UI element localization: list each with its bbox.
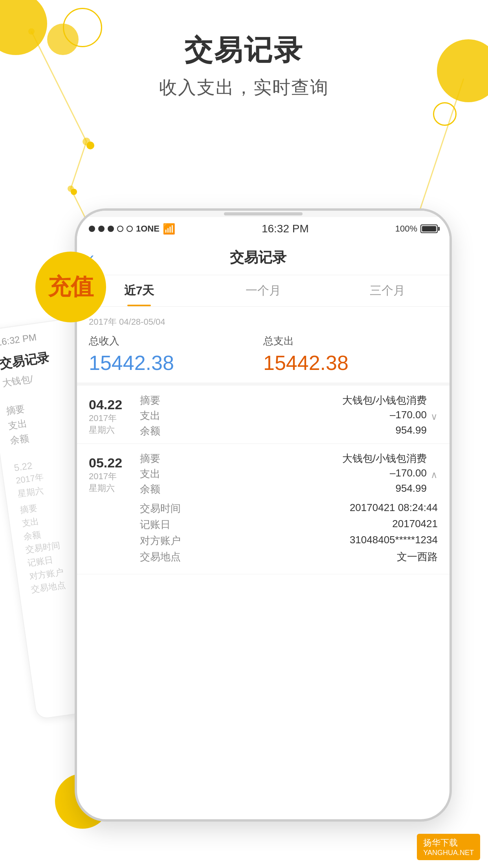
carrier-text: 1ONE — [136, 224, 160, 234]
wifi-icon: 📶 — [163, 223, 175, 235]
summary-section: 2017年 04/28-05/04 总收入 15442.38 总支出 15442… — [77, 307, 449, 386]
summary-value-2: 大钱包/小钱包消费 — [179, 452, 427, 465]
transaction-date-day-2: 星期六 — [89, 482, 132, 494]
watermark: 扬华下载 YANGHUA.NET — [417, 834, 480, 860]
detail-bookdate-label: 记账日 — [140, 518, 195, 531]
phone-notch — [77, 211, 449, 217]
status-time: 16:32 PM — [262, 223, 309, 235]
detail-time-value: 20170421 08:24:44 — [195, 502, 438, 515]
chevron-1: ∨ — [431, 411, 438, 422]
balance-label-1: 余额 — [140, 424, 179, 438]
header-title: 交易记录 — [0, 31, 488, 69]
deco-dot-2 — [71, 189, 77, 195]
expense-row-2: 支出 –170.00 — [140, 467, 427, 481]
transaction-date-block-1: 04.22 2017年 星期六 — [89, 397, 132, 436]
detail-location-row: 交易地点 文一西路 — [140, 550, 438, 564]
transaction-header-1[interactable]: 04.22 2017年 星期六 摘要 大钱包/小钱包消费 支出 –170.00 … — [77, 386, 449, 443]
summary-expense-col: 总支出 15442.38 — [263, 334, 438, 375]
transaction-date-year-2: 2017年 — [89, 471, 132, 482]
transaction-date-year-1: 2017年 — [89, 412, 132, 424]
nav-title: 交易记录 — [102, 248, 414, 267]
detail-location-label: 交易地点 — [140, 550, 195, 564]
transaction-fields-2: 摘要 大钱包/小钱包消费 支出 –170.00 余额 954.99 — [140, 452, 427, 498]
summary-row: 总收入 15442.38 总支出 15442.38 — [89, 334, 438, 375]
signal-dot-2 — [98, 226, 105, 232]
recharge-badge-text: 充值 — [48, 272, 94, 302]
tab-bar: 近7天 一个月 三个月 — [77, 275, 449, 307]
svg-line-1 — [71, 142, 86, 189]
signal-dot-1 — [89, 226, 95, 232]
transaction-date-main-1: 04.22 — [89, 397, 132, 412]
expense-label-1: 支出 — [140, 409, 179, 423]
header-section: 交易记录 收入支出，实时查询 — [0, 0, 488, 100]
expense-label-2: 支出 — [140, 467, 179, 481]
balance-row-1: 余额 954.99 — [140, 424, 427, 438]
transaction-date-block-2: 05.22 2017年 星期六 — [89, 455, 132, 494]
detail-counterpart-label: 对方账户 — [140, 534, 195, 548]
status-right: 100% — [395, 224, 438, 234]
nav-bar: ‹ 交易记录 — [77, 241, 449, 275]
battery-icon — [420, 224, 438, 233]
balance-value-1: 954.99 — [179, 424, 427, 438]
phone-mockup: 1ONE 📶 16:32 PM 100% ‹ 交易记录 近7天 一个月 三个月 … — [75, 208, 452, 822]
summary-row-1: 摘要 大钱包/小钱包消费 — [140, 394, 427, 407]
phone-notch-bar — [224, 212, 303, 215]
income-label: 总收入 — [89, 334, 263, 348]
expense-row-1: 支出 –170.00 — [140, 409, 427, 423]
signal-dot-5 — [127, 226, 133, 232]
detail-counterpart-row: 对方账户 31048405*****1234 — [140, 534, 438, 548]
deco-dot-1 — [86, 142, 94, 149]
tab-3months[interactable]: 三个月 — [325, 275, 449, 306]
income-amount: 15442.38 — [89, 351, 263, 375]
summary-row-2: 摘要 大钱包/小钱包消费 — [140, 452, 427, 465]
status-bar: 1ONE 📶 16:32 PM 100% — [77, 217, 449, 241]
tab-1month[interactable]: 一个月 — [201, 275, 325, 306]
expense-amount: 15442.38 — [263, 351, 438, 375]
transaction-date-main-2: 05.22 — [89, 455, 132, 471]
detail-location-value: 文一西路 — [195, 550, 438, 564]
signal-dot-3 — [108, 226, 114, 232]
transaction-list: 04.22 2017年 星期六 摘要 大钱包/小钱包消费 支出 –170.00 … — [77, 386, 449, 574]
recharge-badge[interactable]: 充值 — [35, 252, 106, 322]
summary-label-2: 摘要 — [140, 452, 179, 465]
transaction-header-2[interactable]: 05.22 2017年 星期六 摘要 大钱包/小钱包消费 支出 –170.00 … — [77, 444, 449, 502]
summary-value-1: 大钱包/小钱包消费 — [179, 394, 427, 407]
balance-row-2: 余额 954.99 — [140, 482, 427, 496]
transaction-date-day-1: 星期六 — [89, 424, 132, 436]
detail-bookdate-value: 20170421 — [195, 518, 438, 531]
bg-card-time: 16:32 PM — [0, 332, 37, 348]
transaction-item-1: 04.22 2017年 星期六 摘要 大钱包/小钱包消费 支出 –170.00 … — [77, 386, 449, 444]
detail-time-label: 交易时间 — [140, 502, 195, 515]
balance-value-2: 954.99 — [179, 482, 427, 496]
expense-label: 总支出 — [263, 334, 438, 348]
deco-circle-outline-2 — [433, 102, 457, 126]
watermark-line1: 扬华下载 — [423, 837, 474, 849]
detail-counterpart-value: 31048405*****1234 — [195, 534, 438, 548]
status-left: 1ONE 📶 — [89, 223, 175, 235]
detail-time-row: 交易时间 20170421 08:24:44 — [140, 502, 438, 515]
transaction-detail-2: 交易时间 20170421 08:24:44 记账日 20170421 对方账户… — [77, 502, 449, 574]
summary-date: 2017年 04/28-05/04 — [89, 316, 438, 328]
expense-value-1: –170.00 — [179, 409, 427, 423]
chevron-2: ∧ — [431, 469, 438, 480]
battery-fill — [422, 226, 436, 232]
watermark-line2: YANGHUA.NET — [423, 849, 474, 857]
transaction-fields-1: 摘要 大钱包/小钱包消费 支出 –170.00 余额 954.99 — [140, 394, 427, 440]
battery-percent: 100% — [395, 224, 417, 234]
detail-bookdate-row: 记账日 20170421 — [140, 518, 438, 531]
summary-label-1: 摘要 — [140, 394, 179, 407]
balance-label-2: 余额 — [140, 482, 179, 496]
header-subtitle: 收入支出，实时查询 — [0, 75, 488, 100]
expense-value-2: –170.00 — [179, 467, 427, 481]
summary-income-col: 总收入 15442.38 — [89, 334, 263, 375]
signal-dot-4 — [117, 226, 123, 232]
transaction-item-2: 05.22 2017年 星期六 摘要 大钱包/小钱包消费 支出 –170.00 … — [77, 444, 449, 574]
